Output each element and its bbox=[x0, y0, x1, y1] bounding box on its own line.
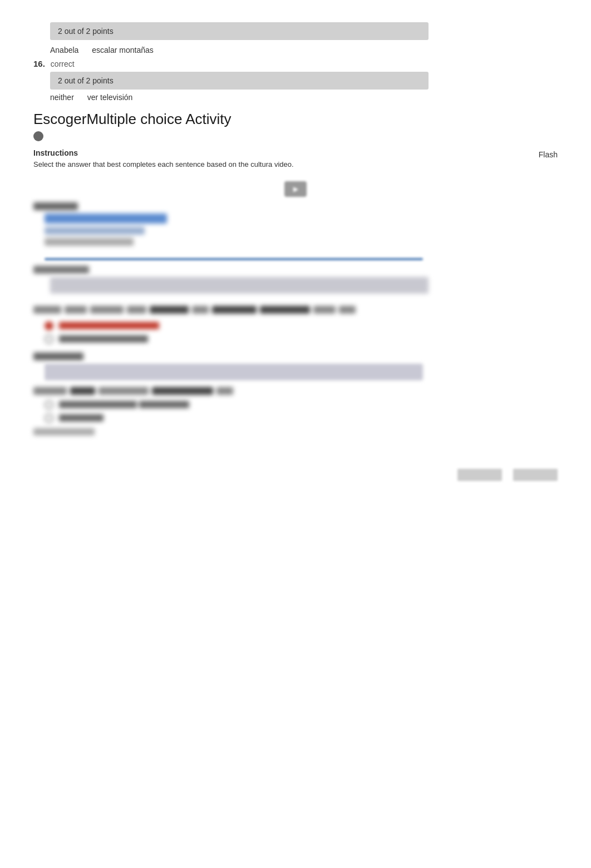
prev-answer-subject: Anabela bbox=[50, 46, 78, 54]
footer-btn-1[interactable] bbox=[457, 469, 502, 481]
blue-separator bbox=[45, 258, 423, 260]
activity-section: EscogerMultiple choice Activity Instruct… bbox=[33, 111, 558, 435]
question3-sentence-blurred bbox=[33, 387, 558, 395]
option-c-row[interactable] bbox=[45, 400, 558, 409]
question-16-status: correct bbox=[51, 59, 75, 68]
media-area bbox=[33, 181, 558, 197]
q2-score-bar bbox=[50, 277, 429, 294]
question-2-block bbox=[33, 266, 558, 294]
activity-title: EscogerMultiple choice Activity bbox=[33, 111, 558, 128]
instructions-label: Instructions bbox=[33, 148, 558, 157]
question-16-header: 16. correct bbox=[33, 59, 558, 68]
q16-answer-subject: neither bbox=[50, 93, 74, 102]
footer-btn-2[interactable] bbox=[513, 469, 558, 481]
q3-score-bar bbox=[45, 364, 423, 380]
question-16-answer: neither ver televisión bbox=[50, 93, 558, 102]
option-b-row[interactable] bbox=[45, 335, 558, 344]
instructions-block: Instructions Select the answer that best… bbox=[33, 148, 558, 170]
q16-answer-verb: ver televisión bbox=[87, 93, 133, 102]
footer-area bbox=[33, 469, 558, 481]
question-3-block bbox=[33, 353, 558, 380]
question-16-number: 16. bbox=[33, 59, 45, 68]
play-button[interactable] bbox=[284, 181, 307, 197]
prev-result: 2 out of 2 points bbox=[33, 22, 558, 40]
page-container: 2 out of 2 points Anabela escalar montañ… bbox=[0, 11, 591, 492]
flash-label: Flash bbox=[539, 150, 558, 159]
prev-score-bar: 2 out of 2 points bbox=[50, 22, 429, 40]
correct-label-blurred bbox=[33, 428, 558, 435]
option-d-row[interactable] bbox=[45, 414, 558, 423]
question-16-score-bar: 2 out of 2 points bbox=[50, 72, 429, 90]
question-sentence-blurred bbox=[33, 306, 558, 314]
activity-icon bbox=[33, 131, 43, 141]
option-a-row[interactable] bbox=[45, 321, 558, 330]
instructions-text: Select the answer that best completes ea… bbox=[33, 159, 312, 170]
question-1-block bbox=[33, 202, 558, 246]
prev-answer-verb: escalar montañas bbox=[92, 46, 154, 54]
prev-answer-line: Anabela escalar montañas bbox=[50, 46, 558, 54]
